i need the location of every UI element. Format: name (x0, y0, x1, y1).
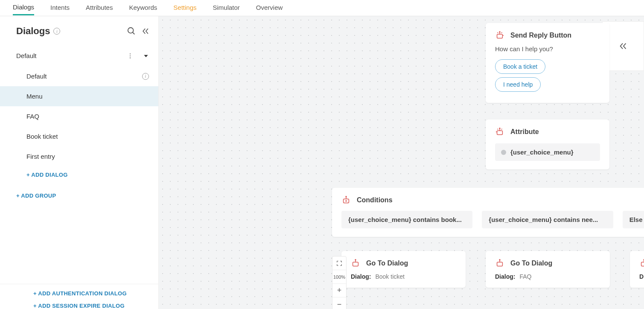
node-title: Go To Dialog (510, 259, 552, 267)
goto-value: FAQ (519, 273, 531, 280)
add-dialog-link[interactable]: + ADD DIALOG (0, 166, 158, 183)
top-tabs: Dialogs Intents Attributes Keywords Sett… (0, 0, 644, 16)
sidebar-item-faq[interactable]: FAQ (0, 106, 158, 126)
node-goto-dialog-3[interactable]: Go To Dialog Dialog: Default (630, 251, 644, 288)
svg-point-4 (130, 57, 131, 58)
svg-point-3 (130, 55, 131, 56)
info-icon[interactable]: i (53, 28, 60, 35)
condition-branch-else[interactable]: Else (623, 211, 644, 228)
node-goto-dialog-2[interactable]: Go To Dialog Dialog: FAQ (486, 251, 610, 288)
svg-point-14 (499, 128, 500, 129)
sidebar-item-label: First entry (26, 153, 55, 160)
svg-line-15 (498, 129, 498, 130)
goto-value: Book ticket (375, 273, 404, 280)
bot-icon (341, 195, 351, 205)
tab-overview[interactable]: Overview (256, 1, 283, 15)
node-conditions[interactable]: Conditions {user_choice_menu} contains b… (332, 188, 644, 237)
tab-attributes[interactable]: Attributes (86, 1, 113, 15)
bot-icon (495, 259, 504, 268)
sidebar: Dialogs i Default (0, 16, 159, 309)
node-title: Attribute (510, 128, 539, 136)
svg-point-2 (130, 53, 131, 54)
sidebar-item-label: Default (26, 73, 47, 80)
bot-icon (639, 259, 644, 268)
svg-point-0 (128, 28, 134, 33)
condition-branch-1[interactable]: {user_choice_menu} contains book... (341, 211, 472, 228)
sidebar-item-label: Menu (26, 93, 43, 100)
svg-line-9 (498, 32, 498, 33)
dot-icon (501, 150, 506, 155)
svg-point-25 (355, 259, 356, 260)
goto-label: Dialog: (639, 273, 644, 280)
sidebar-item-label: FAQ (26, 113, 39, 120)
sidebar-item-default[interactable]: Default i (0, 66, 158, 86)
chevron-down-icon[interactable] (143, 53, 149, 59)
collapse-sidebar-icon[interactable] (141, 27, 150, 35)
node-title: Go To Dialog (366, 259, 408, 267)
svg-rect-26 (497, 262, 503, 266)
node-title: Send Reply Button (510, 32, 571, 39)
sidebar-item-label: Book ticket (26, 133, 58, 140)
svg-point-8 (499, 32, 500, 32)
svg-point-20 (346, 196, 347, 197)
node-send-reply-button[interactable]: Send Reply Button How can I help you? Bo… (486, 23, 609, 103)
tab-dialogs[interactable]: Dialogs (13, 1, 34, 15)
svg-rect-12 (497, 131, 503, 134)
add-group-link[interactable]: + ADD GROUP (0, 183, 158, 199)
reply-text: How can I help you? (495, 45, 600, 52)
canvas[interactable]: Send Reply Button How can I help you? Bo… (159, 16, 644, 309)
sidebar-item-first-entry[interactable]: First entry (0, 146, 158, 166)
condition-branch-2[interactable]: {user_choice_menu} contains nee... (482, 211, 613, 228)
info-icon[interactable]: i (142, 73, 149, 80)
zoom-controls: 100% + − (332, 256, 347, 309)
tab-keywords[interactable]: Keywords (129, 1, 157, 15)
tab-simulator[interactable]: Simulator (213, 1, 240, 15)
attribute-value-box[interactable]: {user_choice_menu} (495, 143, 600, 161)
group-name: Default (16, 52, 37, 59)
add-session-expire-dialog-link[interactable]: + ADD SESSION EXPIRE DIALOG (0, 301, 158, 309)
attribute-value: {user_choice_menu} (510, 149, 574, 156)
zoom-level: 100% (332, 270, 346, 284)
svg-rect-23 (353, 262, 358, 266)
more-vert-icon[interactable] (127, 52, 134, 59)
svg-marker-5 (144, 55, 148, 57)
sidebar-item-book-ticket[interactable]: Book ticket (0, 126, 158, 146)
reply-button-book-ticket[interactable]: Book a ticket (495, 59, 545, 74)
svg-point-28 (499, 259, 500, 260)
node-attribute[interactable]: Attribute {user_choice_menu} (486, 120, 609, 169)
tab-intents[interactable]: Intents (50, 1, 70, 15)
zoom-in-button[interactable]: + (332, 284, 346, 297)
svg-rect-29 (641, 262, 644, 266)
sidebar-title: Dialogs (16, 26, 50, 37)
svg-line-10 (501, 32, 502, 33)
svg-rect-6 (497, 34, 503, 38)
fit-to-screen-button[interactable] (332, 257, 346, 270)
search-icon[interactable] (127, 26, 136, 36)
node-goto-dialog-1[interactable]: Go To Dialog Dialog: Book ticket (341, 251, 466, 288)
node-title: Conditions (357, 196, 393, 204)
sidebar-item-menu[interactable]: Menu (0, 86, 158, 106)
add-auth-dialog-link[interactable]: + ADD AUTHENTICATION DIALOG (0, 284, 158, 301)
svg-line-1 (133, 32, 135, 35)
svg-line-16 (501, 129, 502, 130)
bot-icon (495, 31, 504, 40)
tab-settings[interactable]: Settings (173, 1, 196, 15)
group-header[interactable]: Default (0, 44, 158, 66)
reply-button-need-help[interactable]: I need help (495, 77, 541, 92)
bot-icon (495, 127, 504, 137)
zoom-out-button[interactable]: − (332, 297, 346, 309)
goto-label: Dialog: (495, 273, 515, 280)
goto-label: Dialog: (351, 273, 371, 280)
bot-icon (351, 259, 360, 268)
